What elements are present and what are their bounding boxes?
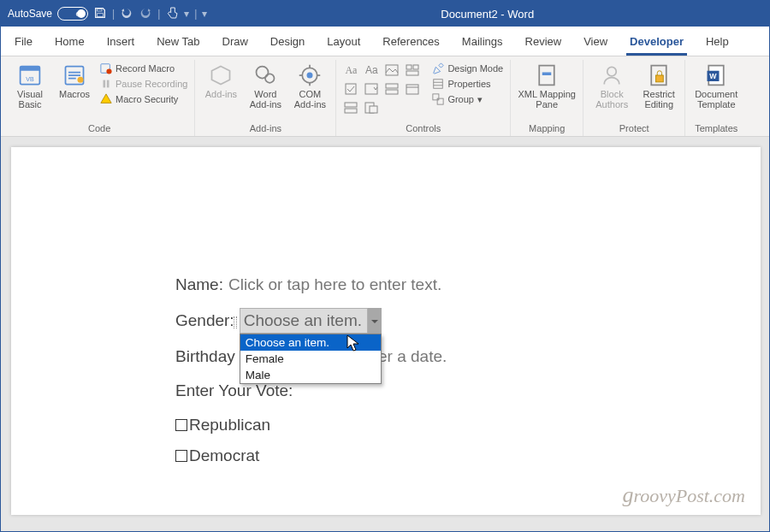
tab-review[interactable]: Review xyxy=(522,32,566,56)
word-addins-button[interactable]: Word Add-ins xyxy=(245,62,286,111)
record-macro-button[interactable]: Record Macro xyxy=(98,62,189,75)
autosave-state: Off xyxy=(76,10,86,18)
control-dropdown-button[interactable] xyxy=(382,80,401,98)
gender-dropdown-toggle[interactable] xyxy=(368,308,382,334)
group-mapping: XML Mapping Pane Mapping xyxy=(511,60,583,136)
gender-option-male[interactable]: Male xyxy=(240,367,381,383)
tab-view[interactable]: View xyxy=(580,32,611,56)
svg-point-8 xyxy=(106,68,111,74)
tab-home[interactable]: Home xyxy=(51,32,88,56)
svg-rect-24 xyxy=(406,85,418,94)
svg-text:W: W xyxy=(710,72,718,80)
design-mode-label: Design Mode xyxy=(447,63,503,74)
tab-newtab[interactable]: New Tab xyxy=(153,32,203,56)
redo-icon[interactable] xyxy=(139,6,152,22)
restrict-editing-label: Restrict Editing xyxy=(640,89,678,109)
vote-option-democrat[interactable]: Democrat xyxy=(175,446,761,465)
group-button[interactable]: Group ▾ xyxy=(430,92,505,106)
visual-basic-button[interactable]: VB Visual Basic xyxy=(9,62,50,111)
control-datepicker-button[interactable] xyxy=(403,80,422,98)
com-addins-button[interactable]: COM Add-ins xyxy=(289,62,330,111)
undo-icon[interactable] xyxy=(120,6,133,22)
restrict-editing-icon xyxy=(647,63,671,87)
ribbon-tabs: File Home Insert New Tab Draw Design Lay… xyxy=(1,27,769,56)
properties-icon xyxy=(432,78,444,90)
tab-file[interactable]: File xyxy=(11,32,36,56)
watermark: groovyPost.com xyxy=(622,482,745,508)
checkbox-republican[interactable] xyxy=(175,419,187,431)
document-page[interactable]: Name: Click or tap here to enter text. G… xyxy=(11,147,761,515)
macro-security-button[interactable]: Macro Security xyxy=(98,92,189,106)
addins-label: Add-ins xyxy=(205,89,237,99)
tab-developer[interactable]: Developer xyxy=(626,32,687,56)
properties-label: Properties xyxy=(447,79,490,89)
name-placeholder: Click or tap here to enter text. xyxy=(228,275,441,294)
tab-help[interactable]: Help xyxy=(702,32,732,56)
document-template-button[interactable]: W Document Template xyxy=(690,62,742,111)
touch-mode-icon[interactable] xyxy=(165,6,179,22)
svg-rect-0 xyxy=(98,9,102,11)
tab-draw[interactable]: Draw xyxy=(219,32,252,56)
gender-dropdown-display[interactable]: Choose an item. xyxy=(240,308,368,334)
pause-recording-button: Pause Recording xyxy=(98,77,189,91)
macros-button[interactable]: Macros xyxy=(54,62,95,101)
svg-rect-23 xyxy=(386,90,398,94)
name-field[interactable]: Name: Click or tap here to enter text. xyxy=(175,275,761,294)
macros-label: Macros xyxy=(59,89,90,99)
control-plaintext-button[interactable]: Aa xyxy=(362,62,381,79)
macro-security-label: Macro Security xyxy=(116,94,178,104)
control-richtext-button[interactable]: Aa xyxy=(341,62,360,79)
svg-rect-10 xyxy=(107,80,110,88)
document-template-icon: W xyxy=(704,63,728,87)
tab-references[interactable]: References xyxy=(379,32,442,56)
xml-mapping-label: XML Mapping Pane xyxy=(518,89,576,109)
autosave-switch[interactable]: Off xyxy=(57,7,88,21)
visual-basic-icon: VB xyxy=(18,63,42,87)
xml-mapping-button[interactable]: XML Mapping Pane xyxy=(516,62,578,111)
save-icon[interactable] xyxy=(93,6,107,22)
tab-mailings[interactable]: Mailings xyxy=(459,32,506,56)
control-combobox-button[interactable] xyxy=(362,80,381,98)
restrict-editing-button[interactable]: Restrict Editing xyxy=(638,62,679,111)
addins-icon xyxy=(209,63,233,87)
tab-design[interactable]: Design xyxy=(267,32,308,56)
document-template-label: Document Template xyxy=(692,89,740,109)
control-buildingblock-button[interactable] xyxy=(403,62,422,79)
autosave-label: AutoSave xyxy=(8,8,52,20)
svg-rect-20 xyxy=(346,84,356,94)
com-addins-icon xyxy=(298,63,322,87)
svg-rect-3 xyxy=(21,67,40,71)
record-macro-icon xyxy=(100,62,112,74)
properties-button[interactable]: Properties xyxy=(430,77,505,91)
word-addins-icon xyxy=(253,63,277,87)
svg-rect-29 xyxy=(370,106,377,113)
svg-rect-18 xyxy=(413,65,418,69)
design-mode-icon xyxy=(432,62,444,74)
group-addins-label: Add-ins xyxy=(200,121,330,136)
svg-rect-1 xyxy=(98,13,104,16)
block-authors-icon xyxy=(600,63,624,87)
content-control-handle-icon[interactable] xyxy=(234,316,237,328)
addins-button[interactable]: Add-ins xyxy=(200,62,241,101)
design-mode-button[interactable]: Design Mode xyxy=(430,62,505,75)
tab-insert[interactable]: Insert xyxy=(104,32,139,56)
svg-marker-11 xyxy=(212,67,230,85)
svg-rect-36 xyxy=(542,73,552,76)
chevron-down-icon: ▾ xyxy=(477,94,483,105)
svg-point-37 xyxy=(607,67,617,76)
control-repeating-button[interactable] xyxy=(341,99,360,116)
control-picture-button[interactable] xyxy=(382,62,401,79)
control-checkbox-button[interactable] xyxy=(341,80,360,98)
tab-layout[interactable]: Layout xyxy=(323,32,364,56)
svg-rect-30 xyxy=(434,80,443,89)
autosave-toggle[interactable]: AutoSave Off xyxy=(8,7,88,21)
control-legacy-button[interactable] xyxy=(362,99,381,116)
vote-option-republican[interactable]: Republican xyxy=(175,416,761,434)
svg-rect-19 xyxy=(406,71,418,75)
checkbox-democrat[interactable] xyxy=(175,450,187,462)
pause-recording-icon xyxy=(100,78,112,90)
svg-rect-17 xyxy=(406,65,412,69)
document-workspace: Name: Click or tap here to enter text. G… xyxy=(1,137,769,532)
svg-rect-9 xyxy=(104,80,106,88)
pause-recording-label: Pause Recording xyxy=(116,79,187,89)
